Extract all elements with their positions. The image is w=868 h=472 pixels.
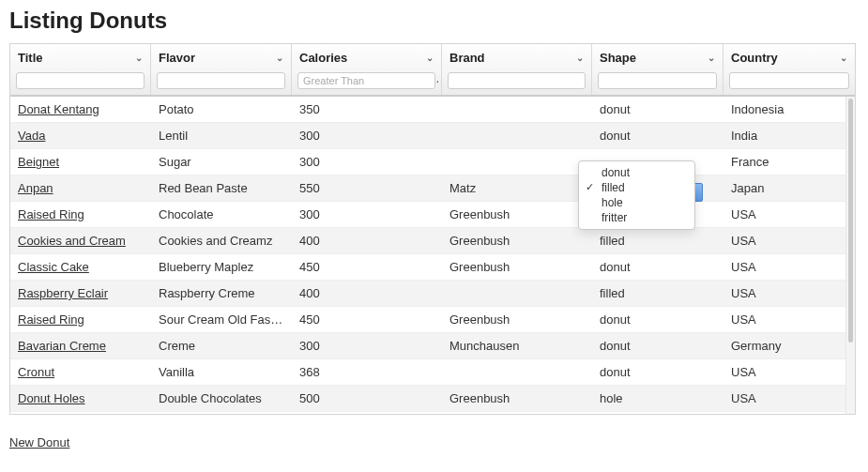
filter-title-input[interactable] [16, 72, 145, 89]
filter-brand-input[interactable] [448, 72, 586, 89]
col-header-flavor-label: Flavor [159, 51, 195, 65]
chevron-down-icon: ⌄ [426, 53, 434, 63]
cell-flavor[interactable]: Lentil [151, 123, 292, 148]
cell-calories[interactable]: 450 [292, 307, 442, 332]
cell-brand[interactable]: Greenbush [442, 307, 592, 332]
row-title-link[interactable]: Cronut [18, 365, 54, 379]
cell-calories[interactable]: 400 [292, 228, 442, 253]
col-header-flavor[interactable]: Flavor⌄ [151, 44, 292, 70]
cell-country[interactable]: Germany [723, 333, 855, 358]
cell-flavor[interactable]: Vanilla [151, 359, 292, 385]
new-donut-link[interactable]: New Donut [9, 435, 69, 449]
cell-flavor[interactable]: Potato [151, 97, 292, 122]
cell-country[interactable]: Indonesia [723, 97, 855, 122]
cell-brand[interactable]: Greenbush [442, 386, 592, 411]
cell-shape[interactable]: donut [592, 254, 723, 280]
shape-option-hole[interactable]: hole [579, 195, 694, 210]
cell-flavor[interactable]: Chocolate [151, 202, 292, 227]
cell-flavor[interactable]: Raspberry Creme [151, 281, 292, 306]
cell-flavor[interactable]: Creme [151, 333, 292, 358]
cell-country[interactable]: USA [723, 307, 855, 332]
row-title-link[interactable]: Raspberry Eclair [18, 286, 108, 300]
col-header-brand[interactable]: Brand⌄ [442, 44, 592, 70]
col-header-shape[interactable]: Shape⌄ [592, 44, 723, 70]
cell-flavor[interactable]: Sugar [151, 149, 292, 175]
cell-calories[interactable]: 368 [292, 359, 442, 385]
cell-brand[interactable] [442, 123, 592, 148]
chevron-down-icon: ⌄ [576, 53, 584, 63]
row-title-link[interactable]: Classic Cake [18, 260, 89, 274]
table-row: Cookies and CreamCookies and Creamz400Gr… [10, 228, 845, 254]
shape-option-fritter[interactable]: fritter [579, 210, 694, 225]
cell-brand[interactable] [442, 281, 592, 306]
cell-shape[interactable]: filled [592, 228, 723, 253]
cell-brand[interactable]: Matz [442, 175, 592, 201]
check-icon: ✓ [586, 181, 594, 193]
cell-shape[interactable]: filled [592, 281, 723, 306]
cell-country[interactable]: India [723, 123, 855, 148]
cell-flavor[interactable]: Cookies and Creamz [151, 228, 292, 253]
scrollbar[interactable] [845, 97, 855, 414]
cell-country[interactable]: Japan [723, 175, 855, 201]
cell-brand[interactable]: Greenbush [442, 254, 592, 280]
filter-calories-gt-input[interactable] [297, 72, 435, 89]
row-title-link[interactable]: Donat Kentang [18, 102, 99, 116]
filter-shape-input[interactable] [598, 72, 717, 89]
row-title-link[interactable]: Bavarian Creme [18, 339, 106, 353]
table-row: Bavarian CremeCreme300MunchausendonutGer… [10, 333, 845, 359]
cell-calories[interactable]: 550 [292, 175, 442, 201]
row-title-link[interactable]: Cookies and Cream [18, 234, 126, 248]
filter-country-input[interactable] [729, 72, 849, 89]
cell-shape[interactable]: donut [592, 307, 723, 332]
cell-shape[interactable]: donut [592, 123, 723, 148]
col-header-title[interactable]: Title⌄ [10, 44, 151, 70]
cell-country[interactable]: USA [723, 386, 855, 411]
row-title-link[interactable]: Vada [18, 129, 45, 143]
cell-brand[interactable]: Greenbush [442, 202, 592, 227]
cell-calories[interactable]: 300 [292, 149, 442, 175]
cell-shape[interactable]: donut [592, 97, 723, 122]
cell-shape[interactable]: donut [592, 333, 723, 358]
cell-calories[interactable]: 450 [292, 254, 442, 280]
cell-country[interactable]: USA [723, 228, 855, 253]
row-title-link[interactable]: Raised Ring [18, 312, 84, 327]
table-row: VadaLentil300donutIndia [10, 123, 845, 149]
cell-calories[interactable]: 300 [292, 202, 442, 227]
cell-country[interactable]: USA [723, 202, 855, 227]
cell-brand[interactable]: Munchausen [442, 333, 592, 358]
cell-flavor[interactable]: Blueberry Maplez [151, 254, 292, 280]
cell-brand[interactable] [442, 149, 592, 175]
shape-option-label: donut [602, 166, 630, 179]
filter-flavor-input[interactable] [157, 72, 285, 89]
cell-flavor[interactable]: Red Bean Paste [151, 175, 292, 201]
cell-country[interactable]: USA [723, 359, 855, 385]
cell-brand[interactable]: Greenbush [442, 228, 592, 253]
row-title-link[interactable]: Anpan [18, 181, 53, 195]
row-title-link[interactable]: Raised Ring [18, 207, 84, 221]
shape-dropdown[interactable]: donut ✓filled hole fritter [578, 160, 695, 230]
cell-country[interactable]: France [723, 149, 855, 175]
cell-calories[interactable]: 400 [292, 281, 442, 306]
table-header: Title⌄ Flavor⌄ Calories⌄ Brand⌄ Shape⌄ C… [10, 44, 855, 97]
shape-option-filled[interactable]: ✓filled [579, 180, 694, 195]
cell-brand[interactable] [442, 359, 592, 385]
cell-flavor[interactable]: Double Chocolates [151, 386, 292, 411]
cell-calories[interactable]: 350 [292, 97, 442, 122]
row-title-link[interactable]: Donut Holes [18, 391, 85, 405]
col-header-calories[interactable]: Calories⌄ [292, 44, 442, 70]
shape-option-donut[interactable]: donut [579, 165, 694, 180]
cell-calories[interactable]: 300 [292, 123, 442, 148]
row-title-link[interactable]: Beignet [18, 155, 59, 169]
cell-calories[interactable]: 500 [292, 386, 442, 411]
table-row: Raspberry EclairRaspberry Creme400filled… [10, 281, 845, 307]
cell-shape[interactable]: donut [592, 359, 723, 385]
cell-shape[interactable]: hole [592, 386, 723, 411]
cell-calories[interactable]: 300 [292, 333, 442, 358]
cell-country[interactable]: USA [723, 254, 855, 280]
table-row: Raised RingChocolate300GreenbushUSA [10, 202, 845, 228]
col-header-country[interactable]: Country⌄ [723, 44, 855, 70]
cell-brand[interactable] [442, 97, 592, 122]
cell-flavor[interactable]: Sour Cream Old Fash... [151, 307, 292, 332]
scrollbar-thumb[interactable] [848, 99, 853, 343]
cell-country[interactable]: USA [723, 281, 855, 306]
